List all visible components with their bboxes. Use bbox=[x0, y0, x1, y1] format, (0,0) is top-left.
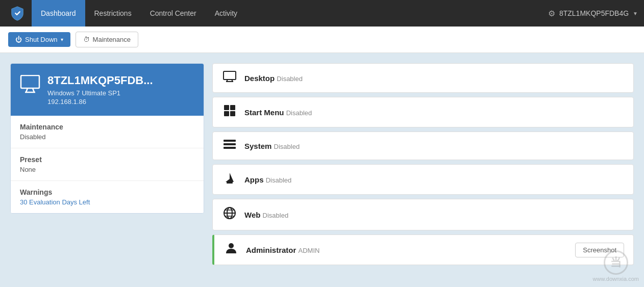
nav-item-control-center[interactable]: Control Center bbox=[141, 0, 206, 27]
warnings-value[interactable]: 30 Evaluation Days Left bbox=[20, 198, 194, 206]
preset-label: Preset bbox=[20, 155, 194, 164]
svg-rect-14 bbox=[224, 147, 236, 149]
start-menu-text: Start Menu Disabled bbox=[244, 108, 624, 117]
preset-row: Preset None bbox=[11, 148, 204, 181]
clock-icon: ⏱ bbox=[83, 36, 90, 43]
preset-value: None bbox=[20, 166, 194, 173]
admin-name: Administrator bbox=[246, 246, 296, 254]
desktop-name: Desktop bbox=[244, 74, 275, 83]
restriction-card-web[interactable]: Web Disabled bbox=[212, 199, 634, 230]
gear-icon: ⚙ bbox=[548, 9, 555, 18]
left-panel: 8TZL1MKQP5FDB... Windows 7 Ultimate SP1 … bbox=[10, 63, 204, 214]
svg-rect-13 bbox=[224, 143, 236, 145]
restriction-card-apps[interactable]: Apps Disabled bbox=[212, 164, 634, 195]
monitor-icon bbox=[20, 75, 40, 98]
maintenance-button[interactable]: ⏱ Maintenance bbox=[76, 32, 138, 47]
system-text: System Disabled bbox=[244, 142, 624, 150]
desktop-status: Disabled bbox=[277, 75, 303, 83]
brand-logo bbox=[6, 2, 29, 24]
svg-rect-4 bbox=[224, 71, 236, 80]
svg-rect-11 bbox=[230, 111, 235, 116]
start-menu-name: Start Menu bbox=[244, 108, 284, 117]
start-menu-status: Disabled bbox=[286, 109, 312, 117]
web-name: Web bbox=[244, 211, 260, 219]
admin-role: ADMIN bbox=[299, 247, 320, 254]
system-status: Disabled bbox=[274, 143, 300, 150]
dropdown-arrow-icon: ▾ bbox=[61, 37, 63, 42]
warnings-row: Warnings 30 Evaluation Days Left bbox=[11, 181, 204, 213]
device-os: Windows 7 Ultimate SP1 bbox=[47, 89, 153, 97]
svg-rect-15 bbox=[227, 182, 233, 184]
desktop-text: Desktop Disabled bbox=[244, 74, 624, 83]
device-header: 8TZL1MKQP5FDB... Windows 7 Ultimate SP1 … bbox=[11, 64, 204, 116]
right-panel: Desktop Disabled Start Menu Disabled bbox=[212, 63, 634, 277]
web-status: Disabled bbox=[263, 212, 289, 219]
system-icon bbox=[222, 139, 237, 152]
nav-user-menu[interactable]: ⚙ 8TZL1MKQP5FDB4G ▼ bbox=[548, 9, 638, 18]
apps-icon bbox=[222, 172, 237, 187]
svg-rect-9 bbox=[230, 105, 235, 110]
navbar: Dashboard Restrictions Control Center Ac… bbox=[0, 0, 644, 27]
svg-point-21 bbox=[229, 243, 234, 248]
svg-rect-0 bbox=[21, 75, 39, 88]
web-text: Web Disabled bbox=[244, 211, 624, 219]
watermark-text: www.downxia.com bbox=[593, 276, 639, 282]
system-name: System bbox=[244, 142, 271, 150]
maintenance-value: Disabled bbox=[20, 133, 194, 141]
power-icon: ⏻ bbox=[15, 36, 22, 43]
toolbar: ⏻ Shut Down ▾ ⏱ Maintenance bbox=[0, 27, 644, 53]
maintenance-label: Maintenance bbox=[20, 123, 194, 131]
nav-username: 8TZL1MKQP5FDB4G bbox=[559, 9, 629, 17]
restriction-card-system[interactable]: System Disabled bbox=[212, 132, 634, 160]
restriction-card-start-menu[interactable]: Start Menu Disabled bbox=[212, 97, 634, 127]
apps-name: Apps bbox=[244, 175, 264, 184]
nav-item-dashboard[interactable]: Dashboard bbox=[32, 0, 85, 27]
desktop-icon bbox=[222, 71, 237, 85]
svg-rect-12 bbox=[224, 140, 236, 142]
apps-text: Apps Disabled bbox=[244, 175, 624, 184]
apps-status: Disabled bbox=[266, 176, 292, 184]
svg-rect-10 bbox=[224, 111, 229, 116]
watermark: 当 www.downxia.com bbox=[593, 250, 639, 282]
restriction-card-desktop[interactable]: Desktop Disabled bbox=[212, 63, 634, 93]
user-icon bbox=[224, 242, 239, 257]
svg-rect-8 bbox=[224, 105, 229, 110]
device-details: Maintenance Disabled Preset None Warning… bbox=[11, 116, 204, 213]
chevron-down-icon: ▼ bbox=[633, 11, 638, 16]
watermark-logo: 当 bbox=[604, 250, 628, 275]
device-name: 8TZL1MKQP5FDB... bbox=[47, 74, 153, 87]
shutdown-button[interactable]: ⏻ Shut Down ▾ bbox=[8, 32, 70, 47]
maintenance-row: Maintenance Disabled bbox=[11, 116, 204, 148]
admin-text: Administrator ADMIN bbox=[246, 246, 568, 254]
nav-item-restrictions[interactable]: Restrictions bbox=[85, 0, 141, 27]
nav-item-activity[interactable]: Activity bbox=[206, 0, 246, 27]
start-menu-icon bbox=[222, 105, 237, 120]
web-icon bbox=[222, 206, 237, 223]
warnings-label: Warnings bbox=[20, 188, 194, 196]
main-content: 8TZL1MKQP5FDB... Windows 7 Ultimate SP1 … bbox=[0, 53, 644, 287]
admin-bar: Administrator ADMIN Screenshot bbox=[212, 234, 634, 265]
device-ip: 192.168.1.86 bbox=[47, 98, 153, 106]
